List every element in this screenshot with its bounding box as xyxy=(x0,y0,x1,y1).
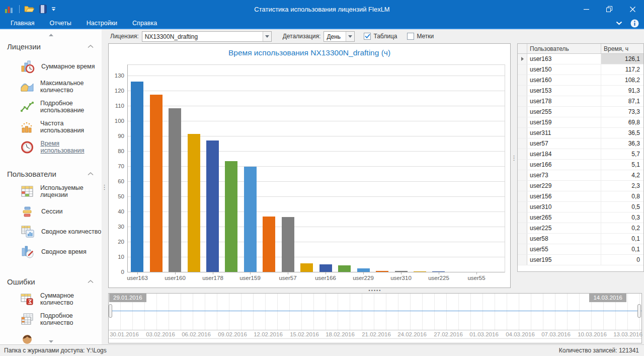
bar-user255 xyxy=(225,161,237,272)
sidebar-item-1-1[interactable]: Сессии xyxy=(0,201,102,222)
bar-user150 xyxy=(150,95,163,272)
chart-table-splitter[interactable]: ⋮ xyxy=(511,43,517,272)
menu-item-1[interactable]: Отчеты xyxy=(42,18,79,28)
table-row[interactable]: user1560,8 xyxy=(518,191,643,202)
x-axis-tick xyxy=(175,272,176,274)
sidebar-item-2-1[interactable]: Подробное количество xyxy=(0,309,102,329)
table-row[interactable]: user163126,1 xyxy=(518,54,643,64)
cell-time: 73,3 xyxy=(601,107,643,117)
max-count-icon xyxy=(20,80,34,94)
table-row[interactable]: user2292,3 xyxy=(518,181,643,191)
timeline-range-selector[interactable]: 29.01.2016 14.03.2016 30.01.201603.02.20… xyxy=(108,293,642,343)
detail-dropdown-icon[interactable] xyxy=(346,32,354,41)
table-row[interactable]: user2650,3 xyxy=(518,212,643,223)
table-row[interactable]: user1950 xyxy=(518,255,643,265)
detail-label: Детализация: xyxy=(283,33,321,40)
sidebar-section-header-2[interactable]: Ошибки xyxy=(0,274,102,289)
table-row[interactable]: user580,1 xyxy=(518,234,643,244)
bar-user310 xyxy=(395,271,408,272)
table-row[interactable]: user734,2 xyxy=(518,170,643,181)
timeline-right-handle[interactable] xyxy=(637,304,641,318)
table-row[interactable]: user3100,5 xyxy=(518,202,643,212)
x-axis-tick xyxy=(401,272,401,274)
chart-gridline xyxy=(128,136,505,136)
sidebar-item-0-3[interactable]: Частота использования xyxy=(0,117,102,137)
close-button[interactable] xyxy=(621,0,644,18)
sidebar-item-0-0[interactable]: Суммарное время xyxy=(0,56,102,77)
marks-checkbox-box[interactable] xyxy=(407,33,414,40)
sidebar-scroll-down-icon[interactable] xyxy=(0,340,102,343)
log-journal-icon[interactable] xyxy=(39,5,47,14)
detail-combobox[interactable]: День xyxy=(324,31,355,42)
sidebar-item-0-1[interactable]: Максимальное количество xyxy=(0,77,102,97)
column-header-time[interactable]: Время, ч xyxy=(601,44,643,53)
table-row[interactable]: user160108,2 xyxy=(518,75,643,86)
sidebar-item-0-4[interactable]: Время использования xyxy=(0,137,102,157)
quick-access-dropdown-icon[interactable] xyxy=(51,7,56,11)
table-row[interactable]: user15969,8 xyxy=(518,117,643,128)
bar-user163 xyxy=(131,82,143,272)
ribbon-collapse-icon[interactable] xyxy=(616,21,622,25)
chart-gridline xyxy=(128,227,505,227)
license-combobox[interactable]: NX13300N_drafting xyxy=(142,31,272,42)
table-checkbox[interactable]: Таблица xyxy=(364,33,397,40)
chart-title: Время использования NX13300N_drafting (ч… xyxy=(109,48,510,57)
table-row[interactable]: user550,1 xyxy=(518,244,643,255)
sidebar-scroll-up-icon[interactable] xyxy=(0,29,102,36)
sidebar-section-header-0[interactable]: Лицензии xyxy=(0,36,102,56)
sidebar-item-label: Сессии xyxy=(41,208,62,215)
column-header-user[interactable]: Пользователь xyxy=(527,44,601,53)
table-row[interactable]: user5736,3 xyxy=(518,138,643,149)
table-checkbox-box[interactable] xyxy=(364,33,371,40)
collapse-caret-icon[interactable] xyxy=(88,172,94,176)
open-folder-icon[interactable] xyxy=(24,5,35,13)
sidebar-item-1-2[interactable]: Сводное количество xyxy=(0,222,102,242)
table-row[interactable]: user25573,3 xyxy=(518,107,643,117)
timeline-left-handle[interactable] xyxy=(109,304,112,318)
summary-time-icon xyxy=(20,245,35,259)
row-indicator xyxy=(518,202,527,212)
minimize-button[interactable] xyxy=(575,0,598,18)
license-dropdown-icon[interactable] xyxy=(263,32,271,41)
x-axis-label: user166 xyxy=(307,275,344,281)
cell-time: 0,3 xyxy=(601,212,643,223)
table-row[interactable]: user2250,2 xyxy=(518,223,643,234)
sidebar-item-2-0[interactable]: Суммарное количество xyxy=(0,289,102,309)
cell-user: user195 xyxy=(527,255,601,265)
marks-checkbox[interactable]: Метки xyxy=(407,33,434,40)
status-bar: Папка с журналами доступа: Y:\Logs Колич… xyxy=(0,344,644,356)
table-row[interactable]: user31136,5 xyxy=(518,128,643,138)
row-indicator xyxy=(518,160,527,170)
timeline-date-label: 18.02.2016 xyxy=(322,331,358,337)
sidebar-section-header-1[interactable]: Пользователи xyxy=(0,166,102,181)
menu-item-3[interactable]: Справка xyxy=(125,18,165,28)
header-indicator-cell xyxy=(518,44,527,53)
restore-button[interactable] xyxy=(598,0,621,18)
y-axis-label: 130 xyxy=(110,73,124,79)
timeline-splitter[interactable]: ••••• xyxy=(108,288,642,293)
cell-user: user73 xyxy=(527,170,601,180)
menu-item-2[interactable]: Настройки xyxy=(79,18,125,28)
table-row[interactable]: user17887,1 xyxy=(518,96,643,107)
sidebar-item-label: Частота использования xyxy=(40,120,102,134)
table-row[interactable]: user150117,2 xyxy=(518,64,643,75)
timeline-end-chip: 14.03.2016 xyxy=(589,294,626,302)
table-row[interactable]: user15391,3 xyxy=(518,86,643,96)
sidebar-item-1-0[interactable]: Используемые лицензии xyxy=(0,181,102,201)
x-axis-tick xyxy=(213,272,213,274)
sidebar-splitter[interactable]: ⋮ xyxy=(102,29,107,344)
table-row[interactable]: user1665,1 xyxy=(518,160,643,170)
menu-item-0[interactable]: Главная xyxy=(3,18,42,28)
cell-user: user184 xyxy=(527,149,601,159)
table-row[interactable]: user1845,7 xyxy=(518,149,643,160)
bar-user57 xyxy=(282,217,294,272)
sidebar-item-0-2[interactable]: Подробное использование xyxy=(0,97,102,117)
collapse-caret-icon[interactable] xyxy=(88,280,94,283)
error-sum-count-icon xyxy=(20,293,34,306)
collapse-caret-icon[interactable] xyxy=(88,45,94,48)
cell-user: user163 xyxy=(527,54,601,64)
sum-time-icon xyxy=(20,60,35,74)
row-indicator xyxy=(518,181,527,191)
sidebar-item-1-3[interactable]: Сводное время xyxy=(0,242,102,262)
info-icon[interactable] xyxy=(630,19,639,28)
